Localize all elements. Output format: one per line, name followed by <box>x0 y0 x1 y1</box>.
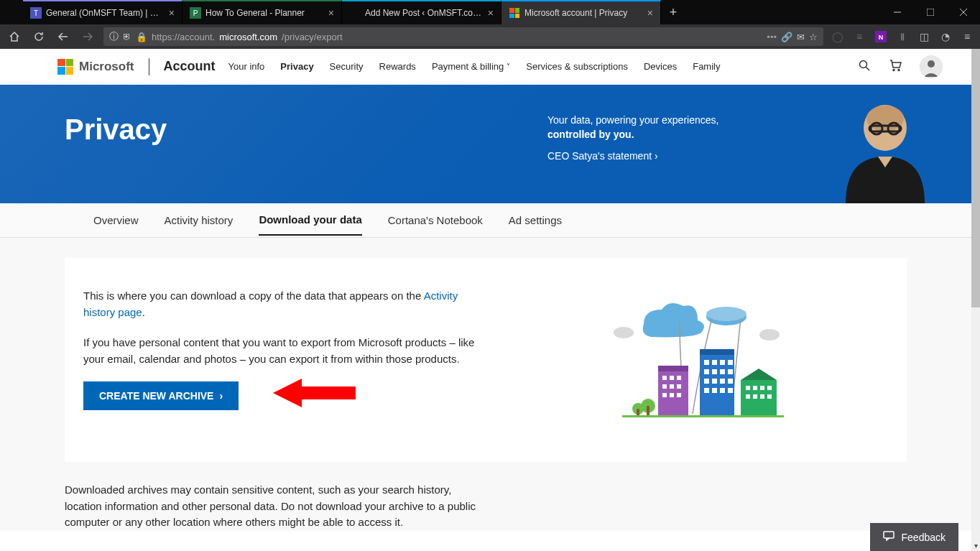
close-window-button[interactable] <box>947 0 980 24</box>
feedback-button[interactable]: Feedback <box>870 523 958 551</box>
shield-icon[interactable]: ⛨ <box>123 32 131 42</box>
new-tab-button[interactable]: + <box>661 0 685 24</box>
microsoft-icon <box>57 59 73 75</box>
minimize-button[interactable] <box>881 0 914 24</box>
svg-rect-40 <box>704 360 709 365</box>
cart-icon[interactable] <box>888 58 902 75</box>
library-icon[interactable]: ⫴ <box>895 29 910 44</box>
close-icon[interactable]: × <box>647 7 653 19</box>
avatar[interactable] <box>920 55 943 78</box>
svg-rect-69 <box>884 532 894 538</box>
nav-payment[interactable]: Payment & billing ˅ <box>432 61 510 72</box>
subnav-cortana[interactable]: Cortana's Notebook <box>388 205 483 235</box>
extension-icon[interactable]: ◯ <box>831 29 845 44</box>
warning-text: Downloaded archives may contain sensitiv… <box>65 482 489 531</box>
info-icon[interactable]: ⓘ <box>109 30 119 43</box>
subnav-download[interactable]: Download your data <box>259 205 361 236</box>
svg-point-13 <box>898 69 900 70</box>
tab-label: Add New Post ‹ OnMSFT.com — W <box>365 8 484 18</box>
tab-label: Microsoft account | Privacy <box>524 8 643 18</box>
svg-point-21 <box>614 327 634 338</box>
subnav-ads[interactable]: Ad settings <box>509 205 562 235</box>
account-icon[interactable]: ◔ <box>938 29 953 44</box>
breadcrumb[interactable]: Account <box>164 59 216 74</box>
scroll-down-icon[interactable]: ▾ <box>971 540 980 551</box>
close-icon[interactable]: × <box>169 7 175 19</box>
svg-rect-47 <box>728 369 733 374</box>
onenote-icon[interactable]: N <box>874 29 888 44</box>
maximize-button[interactable] <box>914 0 947 24</box>
sidebar-icon[interactable]: ◫ <box>917 29 931 44</box>
wordpress-icon <box>349 7 361 19</box>
browser-tab-active[interactable]: Microsoft account | Privacy × <box>501 0 661 24</box>
tab-label: General (OnMSFT Team) | Micro <box>46 8 165 18</box>
home-icon[interactable] <box>6 28 23 45</box>
svg-rect-63 <box>767 394 772 399</box>
create-archive-button[interactable]: CREATE NEW ARCHIVE › <box>83 381 239 410</box>
sub-nav: Overview Activity history Download your … <box>0 203 971 238</box>
svg-rect-26 <box>658 366 688 371</box>
nav-security[interactable]: Security <box>330 61 364 72</box>
svg-rect-31 <box>662 376 667 380</box>
extension-icon[interactable]: ≡ <box>852 29 866 44</box>
annotation-arrow-icon <box>273 375 359 411</box>
browser-tab[interactable]: P How To General - Planner × <box>182 0 342 24</box>
microsoft-logo[interactable]: Microsoft <box>57 59 134 75</box>
svg-rect-42 <box>720 360 725 365</box>
browser-tab[interactable]: T General (OnMSFT Team) | Micro × <box>23 0 182 24</box>
svg-text:N: N <box>879 34 884 41</box>
svg-rect-39 <box>677 393 681 397</box>
nav-devices[interactable]: Devices <box>644 61 677 72</box>
link-icon[interactable]: 🔗 <box>781 32 792 42</box>
reload-icon[interactable] <box>30 28 47 45</box>
download-card: This is where you can download a copy of… <box>65 258 907 462</box>
svg-marker-30 <box>741 369 777 380</box>
svg-rect-68 <box>622 415 784 417</box>
svg-rect-32 <box>670 376 674 380</box>
vertical-scrollbar[interactable]: ▾ <box>971 49 980 551</box>
forward-icon[interactable] <box>79 28 96 45</box>
svg-rect-36 <box>677 384 681 389</box>
nav-services[interactable]: Services & subscriptions <box>526 61 628 72</box>
subnav-overview[interactable]: Overview <box>93 205 139 235</box>
svg-point-10 <box>860 60 867 68</box>
svg-rect-55 <box>728 388 733 393</box>
svg-rect-45 <box>712 369 717 374</box>
microsoft-icon <box>509 7 520 19</box>
chevron-right-icon: › <box>655 150 658 162</box>
svg-rect-65 <box>637 409 639 416</box>
close-icon[interactable]: × <box>328 7 334 19</box>
nav-rewards[interactable]: Rewards <box>379 61 416 72</box>
planner-icon: P <box>190 7 201 19</box>
chevron-right-icon: › <box>219 390 223 402</box>
star-icon[interactable]: ☆ <box>809 32 818 42</box>
svg-rect-48 <box>704 379 709 384</box>
search-icon[interactable] <box>858 59 871 75</box>
top-nav: Your info Privacy Security Rewards Payme… <box>228 61 859 72</box>
intro-text: This is where you can download a copy of… <box>83 288 486 320</box>
nav-privacy[interactable]: Privacy <box>280 61 313 72</box>
svg-rect-50 <box>720 379 725 384</box>
export-text: If you have personal content that you wa… <box>83 335 486 367</box>
svg-rect-58 <box>760 386 764 390</box>
back-icon[interactable] <box>55 28 72 45</box>
svg-rect-37 <box>662 393 667 397</box>
svg-rect-61 <box>753 394 757 399</box>
browser-tab[interactable]: Add New Post ‹ OnMSFT.com — W × <box>342 0 501 24</box>
subnav-activity[interactable]: Activity history <box>165 205 234 235</box>
nav-family[interactable]: Family <box>693 61 720 72</box>
ceo-statement-link[interactable]: CEO Satya's statement › <box>547 150 658 162</box>
browser-chrome: T General (OnMSFT Team) | Micro × P How … <box>0 0 980 49</box>
svg-rect-44 <box>704 369 709 374</box>
close-icon[interactable]: × <box>488 7 494 19</box>
mail-icon[interactable]: ✉ <box>797 32 805 42</box>
svg-rect-59 <box>767 386 772 390</box>
scrollbar-thumb[interactable] <box>971 49 980 307</box>
svg-rect-28 <box>700 349 734 355</box>
nav-your-info[interactable]: Your info <box>228 61 265 72</box>
chevron-down-icon: ˅ <box>507 62 510 70</box>
svg-rect-5 <box>927 9 934 16</box>
menu-icon[interactable]: ≡ <box>960 29 974 44</box>
address-bar[interactable]: ⓘ ⛨ 🔒 https://account.microsoft.com/priv… <box>103 27 823 46</box>
svg-rect-54 <box>720 388 725 393</box>
